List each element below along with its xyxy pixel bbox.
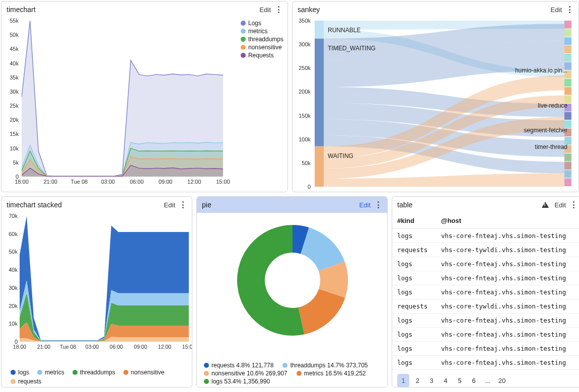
svg-rect-14	[564, 112, 571, 120]
sankey-source-label: TIMED_WAITING	[328, 45, 376, 52]
more-icon[interactable]	[375, 201, 382, 208]
page-button[interactable]: 6	[468, 374, 480, 387]
x-tick: 09:00	[134, 344, 147, 350]
svg-rect-0	[315, 21, 324, 39]
sankey-target-label: segment-fetcher	[524, 127, 567, 134]
panel-header: table Edit	[392, 197, 579, 213]
table-cell: vhs-core-fnteaj.vhs.simon-testing	[436, 271, 579, 285]
more-icon[interactable]	[179, 201, 187, 208]
svg-rect-7	[564, 54, 571, 62]
page-button[interactable]: 3	[425, 374, 438, 387]
column-header[interactable]: @host	[436, 213, 579, 229]
table-cell: vhs-core-fnteaj.vhs.simon-testing	[436, 356, 579, 370]
panel-table: table Edit #kind@host logsvhs-core-fntea…	[392, 196, 579, 387]
table-row[interactable]: requestsvhs-core-tywldi.vhs.simon-testin…	[392, 243, 579, 257]
y-tick: 40k	[4, 60, 19, 66]
y-tick: 100k	[296, 136, 311, 142]
svg-rect-4	[564, 29, 571, 37]
timechart-legend: LogsmetricsthreaddumpsnonsensitiveReques…	[241, 20, 283, 60]
table-row[interactable]: logsvhs-core-fnteaj.vhs.simon-testing	[392, 271, 579, 285]
legend-item[interactable]: Requests	[241, 52, 283, 59]
page-button[interactable]: 2	[411, 374, 423, 387]
pie-plot	[232, 220, 353, 341]
table-cell: vhs-core-tywldi.vhs.simon-testing	[436, 243, 579, 257]
legend-item[interactable]: threaddumps	[73, 369, 115, 376]
table-cell: logs	[392, 271, 436, 285]
edit-button[interactable]: Edit	[260, 6, 271, 14]
page-button: ...	[482, 374, 494, 387]
legend-item[interactable]: threaddumps	[241, 36, 283, 43]
edit-button[interactable]: Edit	[555, 201, 566, 209]
table-row[interactable]: logsvhs-core-fnteaj.vhs.simon-testing	[392, 328, 579, 342]
panel-header: pie Edit	[197, 197, 387, 213]
legend-item[interactable]: logs	[11, 369, 29, 376]
svg-rect-20	[564, 162, 571, 170]
y-tick: 20k	[4, 117, 19, 123]
y-tick: 150k	[296, 113, 311, 119]
y-tick: 25k	[4, 103, 19, 109]
pie-body: requests 4.8% 121,778threaddumps 14.7% 3…	[197, 213, 387, 387]
legend-item[interactable]: threaddumps 14.7% 373,705	[282, 362, 368, 369]
edit-button[interactable]: Edit	[551, 6, 562, 14]
table-row[interactable]: logsvhs-core-fnteaj.vhs.simon-testing	[392, 313, 579, 328]
y-tick: 70k	[3, 213, 18, 219]
panel-title: table	[397, 201, 538, 209]
page-button[interactable]: 4	[440, 374, 452, 387]
panel-title: sankey	[298, 6, 547, 14]
legend-item[interactable]: requests 4.8% 121,778	[204, 362, 273, 369]
table-row[interactable]: logsvhs-core-fnteaj.vhs.simon-testing	[392, 285, 579, 299]
legend-item[interactable]: Logs	[241, 20, 283, 27]
table-row[interactable]: requestsvhs-core-tywldi.vhs.simon-testin…	[392, 299, 579, 313]
more-icon[interactable]	[570, 201, 577, 208]
legend-item[interactable]: nonsensitive	[241, 44, 283, 51]
y-tick: 300k	[296, 41, 311, 47]
x-tick: 15:00	[182, 344, 192, 350]
legend-item[interactable]: metrics	[37, 369, 64, 376]
y-tick: 30k	[3, 285, 18, 291]
page-button[interactable]: 20	[496, 374, 508, 387]
x-tick: 06:00	[110, 344, 123, 350]
legend-item[interactable]: logs 53.4% 1,356,990	[204, 378, 270, 385]
y-tick: 35k	[4, 74, 19, 81]
y-tick: 60k	[3, 231, 18, 237]
svg-rect-5	[564, 37, 571, 45]
panel-timechart-stacked: timechart stacked Edit 010k20k30k40k50k6…	[1, 196, 192, 387]
legend-item[interactable]: metrics	[241, 28, 283, 35]
x-tick: 18:00	[13, 344, 26, 350]
table-row[interactable]: logsvhs-core-fnteaj.vhs.simon-testing	[392, 229, 579, 243]
panel-header: timechart stacked Edit	[2, 197, 192, 213]
table-row[interactable]: logsvhs-core-fnteaj.vhs.simon-testing	[392, 342, 579, 356]
table-row[interactable]: logsvhs-core-fnteaj.vhs.simon-testing	[392, 257, 579, 271]
sankey-source-label: RUNNABLE	[328, 27, 360, 34]
table-row[interactable]: logsvhs-core-fnteaj.vhs.simon-testing	[392, 356, 579, 370]
edit-button[interactable]: Edit	[359, 201, 371, 209]
more-icon[interactable]	[566, 6, 573, 13]
svg-rect-2	[315, 146, 324, 187]
legend-item[interactable]: metrics 16.5% 419,252	[297, 370, 366, 377]
stacked-body: 010k20k30k40k50k60k70k 18:0021:00Tue 080…	[2, 213, 192, 387]
column-header[interactable]: #kind	[392, 213, 436, 229]
panel-title: pie	[202, 201, 355, 209]
page-button[interactable]: 5	[454, 374, 466, 387]
y-tick: 40k	[3, 267, 18, 273]
x-tick: 21:00	[37, 344, 50, 350]
svg-rect-6	[564, 46, 571, 54]
table-cell: requests	[392, 243, 436, 257]
stacked-plot	[20, 216, 189, 342]
x-tick: 09:00	[159, 179, 173, 185]
legend-item[interactable]: nonsensitive	[123, 369, 165, 376]
more-icon[interactable]	[275, 6, 282, 13]
table-cell: logs	[392, 328, 436, 342]
edit-button[interactable]: Edit	[164, 201, 175, 209]
svg-rect-3	[564, 21, 571, 29]
stacked-legend: logsmetricsthreaddumpsnonsensitivereques…	[11, 369, 188, 385]
legend-item[interactable]: requests	[11, 378, 41, 385]
timechart-body: 05k10k15k20k25k30k35k40k45k50k55k 18:002…	[2, 18, 287, 192]
y-tick: 50k	[4, 32, 19, 38]
page-button[interactable]: 1	[397, 374, 409, 387]
panel-header: sankey Edit	[293, 2, 578, 18]
table-cell: vhs-core-tywldi.vhs.simon-testing	[436, 299, 579, 313]
table-cell: requests	[392, 299, 436, 313]
y-tick: 10k	[3, 321, 18, 327]
legend-item[interactable]: nonsensitive 10.6% 269,907	[204, 370, 287, 377]
